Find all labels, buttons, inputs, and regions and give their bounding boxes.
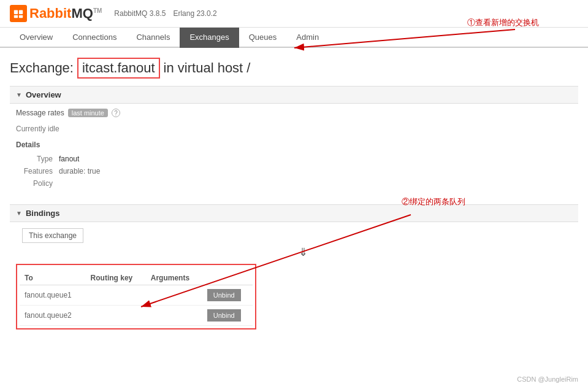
features-value: durable: true — [59, 165, 100, 177]
message-rates-label: Message rates — [16, 109, 64, 117]
queue1-unbind-button[interactable]: Unbind — [207, 289, 241, 301]
down-arrow-icon: ⇓ — [34, 245, 572, 259]
bindings-title: Bindings — [26, 209, 60, 218]
policy-label: Policy — [16, 177, 59, 190]
table-row: fanout.queue1 Unbind — [20, 285, 253, 306]
overview-section: ▼ Overview Message rates last minute ? C… — [10, 86, 578, 194]
version-info: RabbitMQ 3.8.5 Erlang 23.0.2 — [114, 9, 216, 18]
bindings-outer-box: To Routing key Arguments fanout.queue1 — [16, 264, 256, 329]
nav-overview[interactable]: Overview — [10, 28, 63, 48]
exchange-suffix: in virtual host / — [164, 60, 251, 76]
col-arguments: Arguments — [146, 271, 202, 285]
svg-rect-2 — [14, 15, 18, 18]
nav-connections[interactable]: Connections — [63, 28, 126, 48]
col-to: To — [20, 271, 86, 285]
annotation-2: ②绑定的两条队列 — [402, 196, 465, 207]
message-rates-row: Message rates last minute ? — [10, 104, 578, 122]
queue1-unbind-cell: Unbind — [202, 285, 253, 306]
col-routing-key: Routing key — [86, 271, 146, 285]
content: Exchange: itcast.fanout in virtual host … — [0, 48, 588, 357]
bindings-table: To Routing key Arguments fanout.queue1 — [20, 271, 253, 326]
queue1-arguments — [146, 285, 202, 306]
bindings-arrow-icon: ▼ — [16, 210, 22, 217]
features-value-prefix: durable: — [59, 167, 85, 175]
features-label: Features — [16, 165, 59, 177]
queue1-name: fanout.queue1 — [20, 285, 86, 306]
navigation: Overview Connections Channels Exchanges … — [0, 28, 588, 48]
bindings-content: This exchange ⇓ To Routing key Arguments — [10, 222, 578, 337]
table-header-row: To Routing key Arguments — [20, 271, 253, 285]
features-row: Features durable: true — [16, 165, 100, 177]
exchange-prefix: Exchange: — [10, 60, 74, 76]
annotation-1-text: ①查看新增的交换机 — [467, 18, 539, 27]
type-label: Type — [16, 153, 59, 165]
nav-admin[interactable]: Admin — [286, 28, 329, 48]
help-icon[interactable]: ? — [112, 109, 120, 117]
logo-text: RabbitMQTM — [29, 6, 102, 21]
bindings-section: ▼ Bindings This exchange ⇓ To Routing ke… — [10, 204, 578, 337]
type-row: Type fanout — [16, 153, 100, 165]
exchange-title: Exchange: itcast.fanout in virtual host … — [10, 58, 578, 79]
bindings-header[interactable]: ▼ Bindings — [10, 204, 578, 222]
overview-arrow-icon: ▼ — [16, 91, 22, 98]
overview-title: Overview — [26, 90, 61, 99]
nav-exchanges[interactable]: Exchanges — [180, 28, 239, 48]
rabbitmq-version: RabbitMQ 3.8.5 — [114, 9, 166, 18]
queue2-unbind-button[interactable]: Unbind — [207, 309, 241, 322]
annotation-1: ①查看新增的交换机 — [467, 17, 539, 28]
logo-icon — [10, 5, 27, 22]
queue1-routing-key — [86, 285, 146, 306]
features-value-true: true — [88, 167, 101, 175]
logo: RabbitMQTM — [10, 5, 102, 22]
this-exchange-box: This exchange — [22, 228, 83, 243]
svg-rect-3 — [19, 15, 23, 18]
nav-channels[interactable]: Channels — [126, 28, 180, 48]
erlang-version: Erlang 23.0.2 — [173, 9, 216, 18]
svg-rect-0 — [14, 10, 18, 14]
svg-rect-1 — [19, 10, 23, 14]
type-value: fanout — [59, 153, 100, 165]
details-section: Details Type fanout Features durable: tr… — [10, 136, 578, 194]
col-actions — [202, 271, 253, 285]
last-minute-badge[interactable]: last minute — [68, 109, 108, 117]
queue2-routing-key — [86, 306, 146, 326]
details-title: Details — [16, 141, 572, 149]
nav-queues[interactable]: Queues — [239, 28, 287, 48]
policy-value — [59, 177, 100, 190]
exchange-name: itcast.fanout — [77, 58, 160, 79]
details-table: Type fanout Features durable: true Polic… — [16, 153, 100, 190]
currently-idle: Currently idle — [10, 122, 578, 136]
table-row: fanout.queue2 Unbind — [20, 306, 253, 326]
policy-row: Policy — [16, 177, 100, 190]
queue2-unbind-cell: Unbind — [202, 306, 253, 326]
queue2-name: fanout.queue2 — [20, 306, 86, 326]
queue2-arguments — [146, 306, 202, 326]
footer-credit: CSDN @JungleiRim — [517, 376, 578, 383]
logo-tm: TM — [93, 7, 102, 14]
footer: CSDN @JungleiRim — [517, 376, 578, 383]
annotation-2-text: ②绑定的两条队列 — [402, 197, 465, 206]
overview-header[interactable]: ▼ Overview — [10, 86, 578, 104]
